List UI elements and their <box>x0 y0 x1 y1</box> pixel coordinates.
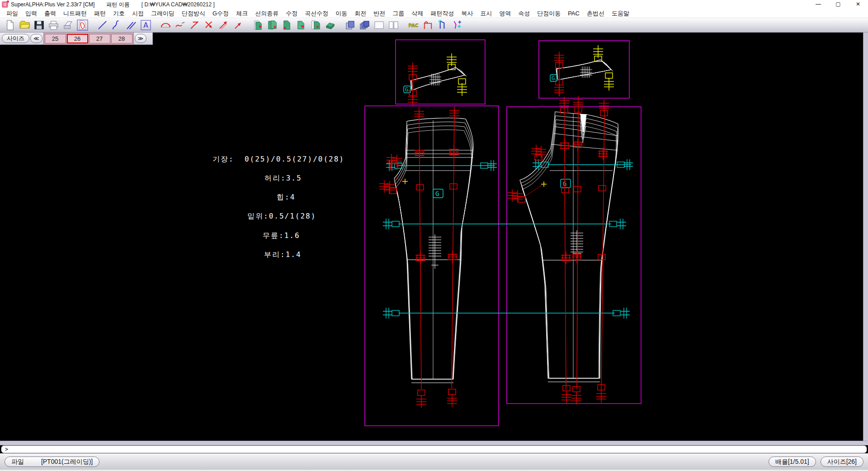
menu-item-속성[interactable]: 속성 <box>514 9 533 18</box>
pattern-rotate-icon[interactable] <box>279 19 294 32</box>
arc-tool-icon[interactable] <box>158 19 173 32</box>
path-edit-icon[interactable] <box>449 19 464 32</box>
grading-annotation: 무릎:1.6 <box>263 231 300 241</box>
app-logo-icon: α <box>2 1 8 8</box>
svg-text:A: A <box>143 21 148 29</box>
size-tab-26[interactable]: 26 <box>67 34 88 43</box>
menu-item-그룹[interactable]: 그룹 <box>389 9 408 18</box>
new-file-icon[interactable] <box>3 19 17 32</box>
vertical-scrollbar[interactable] <box>863 33 868 441</box>
application-window: α SuperALPHA:Plus Ver 2.33r7 [CM] 패턴 이름 … <box>0 0 868 471</box>
pattern-copy-icon[interactable] <box>265 19 279 32</box>
menu-item-도움말[interactable]: 도움말 <box>608 9 633 18</box>
g-letter: G <box>435 190 439 197</box>
menu-item-표시[interactable]: 표시 <box>476 9 495 18</box>
curve-tool-icon[interactable] <box>109 19 124 32</box>
file-status-label: 파일 <box>11 458 24 465</box>
pattern-delete-icon[interactable] <box>323 19 337 32</box>
menu-item-PAC[interactable]: PAC <box>564 9 583 18</box>
size-bar-label[interactable]: 사이즈 <box>2 34 29 43</box>
move-point-tool-icon[interactable] <box>216 19 231 32</box>
print-icon[interactable] <box>61 19 75 32</box>
menu-item-파일[interactable]: 파일 <box>3 9 22 18</box>
menu-item-삭제[interactable]: 삭제 <box>408 9 427 18</box>
menu-item-복사[interactable]: 복사 <box>458 9 476 18</box>
menu-item-영역[interactable]: 영역 <box>495 9 514 18</box>
menu-item-입력[interactable]: 입력 <box>22 9 41 18</box>
menu-item-이동[interactable]: 이동 <box>332 9 351 18</box>
multi-copy-icon[interactable] <box>357 19 372 32</box>
minimize-button[interactable]: — <box>808 0 828 9</box>
menu-item-단점방식[interactable]: 단점방식 <box>178 9 209 18</box>
multi-area-select-icon[interactable] <box>386 19 401 32</box>
pattern-flip-icon[interactable] <box>294 19 308 32</box>
path-check-icon[interactable] <box>435 19 449 32</box>
pac-icon[interactable]: PAC <box>406 19 420 32</box>
copy-icon[interactable] <box>343 19 357 32</box>
close-button[interactable]: ✕ <box>848 0 868 9</box>
size-next-button[interactable]: ≫ <box>135 34 147 43</box>
status-bar: 파일 [PT001(그레이딩)] 배율[1/5.01] 사이즈[26] <box>0 453 868 470</box>
menu-item-시접[interactable]: 시접 <box>128 9 147 18</box>
menu-item-기호[interactable]: 기호 <box>109 9 128 18</box>
pattern-name-label: 패턴 이름 <box>106 1 129 9</box>
grain-g-symbols <box>404 75 571 198</box>
scale-status-pill[interactable]: 배율[1/5.01] <box>769 457 816 467</box>
grading-annotation: 밑위:0.5/1(28) <box>247 212 316 221</box>
menu-bar: 파일입력출력니트패턴패턴기호시접그레이딩단점방식G수정체크선의종류수정곡선수정이… <box>0 9 868 18</box>
window-title: SuperALPHA:Plus Ver 2.33r7 [CM] <box>11 1 94 8</box>
g-letter: G <box>405 86 408 93</box>
curve-edit-tool-icon[interactable] <box>173 19 187 32</box>
pattern-extract-icon[interactable] <box>250 19 265 32</box>
file-status-pill[interactable]: 파일 [PT001(그레이딩)] <box>5 457 99 467</box>
back-piece-frame <box>507 107 641 404</box>
maximize-button[interactable]: ▢ <box>828 0 848 9</box>
menu-item-출력[interactable]: 출력 <box>41 9 60 18</box>
waistband-b-piece <box>556 60 613 80</box>
grading-annotation: 부리:1.4 <box>264 250 302 260</box>
file-path-label: [ D:₩YUKA CAD₩20260212 ] <box>142 1 215 8</box>
save-icon[interactable] <box>32 19 46 32</box>
g-letter: G <box>552 75 555 81</box>
menu-item-패턴작성[interactable]: 패턴작성 <box>427 9 458 18</box>
plotter-icon[interactable] <box>46 19 61 32</box>
text-tool-icon[interactable]: A <box>138 19 153 32</box>
menu-item-반전[interactable]: 반전 <box>370 9 389 18</box>
menu-item-수정[interactable]: 수정 <box>282 9 301 18</box>
drawing-area[interactable]: 사이즈 ≪ 25262728 ≫ <box>0 33 863 441</box>
command-bar[interactable]: > <box>1 445 867 453</box>
menu-item-니트패턴[interactable]: 니트패턴 <box>60 9 90 18</box>
size-status-pill[interactable]: 사이즈[26] <box>821 457 863 467</box>
move-pattern-tool-icon[interactable] <box>231 19 245 32</box>
menu-item-그레이딩[interactable]: 그레이딩 <box>147 9 178 18</box>
angle-tool-icon[interactable] <box>187 19 202 32</box>
line-tool-icon[interactable] <box>95 19 109 32</box>
size-prev-button[interactable]: ≪ <box>30 34 42 43</box>
menu-item-선의종류[interactable]: 선의종류 <box>251 9 282 18</box>
parallel-line-tool-icon[interactable] <box>124 19 138 32</box>
menu-item-회전[interactable]: 회전 <box>351 9 370 18</box>
svg-text:PAC: PAC <box>408 23 419 28</box>
area-select-icon[interactable] <box>372 19 386 32</box>
pattern-join-icon[interactable] <box>308 19 323 32</box>
size-tab-28[interactable]: 28 <box>111 34 132 43</box>
pattern-canvas-svg: G G G G <box>0 33 863 441</box>
menu-item-촌법선[interactable]: 촌법선 <box>583 9 608 18</box>
cut-tool-icon[interactable] <box>202 19 216 32</box>
menu-item-곡선수정[interactable]: 곡선수정 <box>301 9 332 18</box>
grading-marks <box>379 52 609 408</box>
horizontal-scrollbar[interactable] <box>0 441 868 445</box>
menu-item-패턴[interactable]: 패턴 <box>90 9 109 18</box>
size-bar: 사이즈 ≪ 25262728 ≫ <box>0 33 153 45</box>
menu-item-G수정[interactable]: G수정 <box>209 9 232 18</box>
menu-item-체크[interactable]: 체크 <box>232 9 251 18</box>
size-tab-25[interactable]: 25 <box>45 34 66 43</box>
toolbar: APAC <box>0 18 868 33</box>
size-tab-27[interactable]: 27 <box>89 34 110 43</box>
title-bar: α SuperALPHA:Plus Ver 2.33r7 [CM] 패턴 이름 … <box>0 0 868 9</box>
grading-table-icon[interactable] <box>420 19 435 32</box>
pattern-sheet-icon[interactable] <box>75 19 90 32</box>
back-piece <box>520 112 618 382</box>
menu-item-단점이동[interactable]: 단점이동 <box>533 9 564 18</box>
open-folder-icon[interactable] <box>17 19 32 32</box>
